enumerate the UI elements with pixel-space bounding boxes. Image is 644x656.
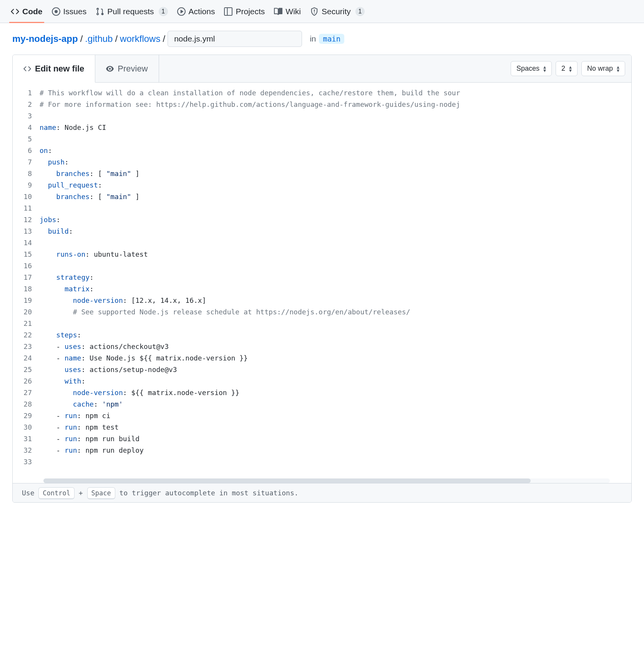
line-content[interactable] bbox=[40, 110, 631, 122]
line-content[interactable] bbox=[40, 318, 631, 329]
code-line[interactable]: 32 - run: npm run deploy bbox=[13, 445, 631, 456]
code-line[interactable]: 11 bbox=[13, 203, 631, 214]
code-line[interactable]: 25 uses: actions/setup-node@v3 bbox=[13, 364, 631, 375]
code-line[interactable]: 10 branches: [ "main" ] bbox=[13, 191, 631, 203]
security-counter: 1 bbox=[355, 7, 365, 16]
line-number: 23 bbox=[13, 341, 40, 352]
code-line[interactable]: 23 - uses: actions/checkout@v3 bbox=[13, 341, 631, 352]
tab-issues[interactable]: Issues bbox=[47, 0, 91, 23]
code-line[interactable]: 1# This workflow will do a clean install… bbox=[13, 87, 631, 99]
code-line[interactable]: 3 bbox=[13, 110, 631, 122]
line-content[interactable]: branches: [ "main" ] bbox=[40, 168, 631, 179]
code-editor[interactable]: 1# This workflow will do a clean install… bbox=[13, 83, 631, 475]
code-line[interactable]: 18 matrix: bbox=[13, 283, 631, 295]
line-content[interactable]: - run: npm run deploy bbox=[40, 445, 631, 456]
code-line[interactable]: 9 pull_request: bbox=[13, 179, 631, 191]
editor-tabs: Edit new file Preview Spaces ▴▾ 2 ▴▾ No … bbox=[13, 55, 631, 83]
line-content[interactable]: strategy: bbox=[40, 272, 631, 283]
code-line[interactable]: 14 bbox=[13, 237, 631, 249]
line-number: 28 bbox=[13, 399, 40, 410]
code-line[interactable]: 26 with: bbox=[13, 375, 631, 387]
code-line[interactable]: 13 build: bbox=[13, 226, 631, 237]
line-content[interactable]: pull_request: bbox=[40, 179, 631, 191]
code-line[interactable]: 27 node-version: ${{ matrix.node-version… bbox=[13, 387, 631, 399]
line-content[interactable]: branches: [ "main" ] bbox=[40, 191, 631, 203]
code-line[interactable]: 24 - name: Use Node.js ${{ matrix.node-v… bbox=[13, 352, 631, 364]
code-line[interactable]: 30 - run: npm test bbox=[13, 422, 631, 433]
code-line[interactable]: 33 bbox=[13, 456, 631, 468]
code-line[interactable]: 31 - run: npm run build bbox=[13, 433, 631, 445]
line-content[interactable]: name: Node.js CI bbox=[40, 122, 631, 133]
repo-link[interactable]: my-nodejs-app bbox=[12, 33, 78, 44]
line-content[interactable]: - run: npm test bbox=[40, 422, 631, 433]
code-line[interactable]: 7 push: bbox=[13, 156, 631, 168]
horizontal-scrollbar[interactable] bbox=[43, 478, 610, 483]
line-content[interactable]: node-version: ${{ matrix.node-version }} bbox=[40, 387, 631, 399]
line-content[interactable]: jobs: bbox=[40, 214, 631, 226]
line-number: 30 bbox=[13, 422, 40, 433]
code-line[interactable]: 22 steps: bbox=[13, 329, 631, 341]
line-content[interactable]: build: bbox=[40, 226, 631, 237]
code-icon bbox=[11, 7, 19, 16]
tab-pulls[interactable]: Pull requests 1 bbox=[91, 0, 172, 23]
tab-edit-file[interactable]: Edit new file bbox=[13, 55, 95, 83]
path-workflows[interactable]: workflows bbox=[120, 33, 160, 44]
tab-preview[interactable]: Preview bbox=[95, 55, 159, 82]
code-line[interactable]: 28 cache: 'npm' bbox=[13, 399, 631, 410]
line-content[interactable]: on: bbox=[40, 145, 631, 156]
line-content[interactable]: # This workflow will do a clean installa… bbox=[40, 87, 631, 99]
line-content[interactable]: with: bbox=[40, 375, 631, 387]
line-content[interactable]: uses: actions/setup-node@v3 bbox=[40, 364, 631, 375]
line-content[interactable]: # See supported Node.js release schedule… bbox=[40, 306, 631, 318]
line-content[interactable] bbox=[40, 260, 631, 272]
code-line[interactable]: 2# For more information see: https://hel… bbox=[13, 99, 631, 110]
line-number: 3 bbox=[13, 110, 40, 122]
tab-pulls-label: Pull requests bbox=[107, 7, 154, 16]
tab-wiki[interactable]: Wiki bbox=[269, 0, 305, 23]
code-line[interactable]: 16 bbox=[13, 260, 631, 272]
tab-projects[interactable]: Projects bbox=[219, 0, 269, 23]
code-line[interactable]: 20 # See supported Node.js release sched… bbox=[13, 306, 631, 318]
line-content[interactable]: push: bbox=[40, 156, 631, 168]
issue-icon bbox=[52, 7, 60, 16]
code-line[interactable]: 4name: Node.js CI bbox=[13, 122, 631, 133]
code-line[interactable]: 12jobs: bbox=[13, 214, 631, 226]
line-content[interactable] bbox=[40, 133, 631, 145]
line-content[interactable]: - run: npm ci bbox=[40, 410, 631, 422]
code-line[interactable]: 21 bbox=[13, 318, 631, 329]
wrap-mode-select[interactable]: No wrap ▴▾ bbox=[581, 61, 625, 76]
line-content[interactable] bbox=[40, 456, 631, 468]
code-line[interactable]: 8 branches: [ "main" ] bbox=[13, 168, 631, 179]
line-content[interactable]: steps: bbox=[40, 329, 631, 341]
line-content[interactable]: - run: npm run build bbox=[40, 433, 631, 445]
line-content[interactable] bbox=[40, 237, 631, 249]
code-line[interactable]: 29 - run: npm ci bbox=[13, 410, 631, 422]
tab-code[interactable]: Code bbox=[6, 0, 47, 23]
line-content[interactable]: cache: 'npm' bbox=[40, 399, 631, 410]
code-line[interactable]: 15 runs-on: ubuntu-latest bbox=[13, 249, 631, 260]
table-icon bbox=[224, 7, 232, 16]
indent-size-select[interactable]: 2 ▴▾ bbox=[556, 61, 578, 76]
line-content[interactable]: - name: Use Node.js ${{ matrix.node-vers… bbox=[40, 352, 631, 364]
line-number: 20 bbox=[13, 306, 40, 318]
indent-mode-select[interactable]: Spaces ▴▾ bbox=[511, 61, 552, 76]
line-content[interactable]: - uses: actions/checkout@v3 bbox=[40, 341, 631, 352]
filename-input[interactable] bbox=[168, 31, 302, 47]
line-content[interactable]: node-version: [12.x, 14.x, 16.x] bbox=[40, 295, 631, 306]
code-line[interactable]: 5 bbox=[13, 133, 631, 145]
line-content[interactable]: # For more information see: https://help… bbox=[40, 99, 631, 110]
scrollbar-thumb[interactable] bbox=[43, 478, 531, 483]
pulls-counter: 1 bbox=[159, 7, 168, 16]
eye-icon bbox=[106, 65, 114, 73]
line-content[interactable]: runs-on: ubuntu-latest bbox=[40, 249, 631, 260]
tab-actions[interactable]: Actions bbox=[173, 0, 220, 23]
line-content[interactable] bbox=[40, 203, 631, 214]
code-line[interactable]: 6on: bbox=[13, 145, 631, 156]
tab-security[interactable]: Security 1 bbox=[305, 0, 369, 23]
code-line[interactable]: 19 node-version: [12.x, 14.x, 16.x] bbox=[13, 295, 631, 306]
line-content[interactable]: matrix: bbox=[40, 283, 631, 295]
code-line[interactable]: 17 strategy: bbox=[13, 272, 631, 283]
git-pull-request-icon bbox=[96, 7, 104, 16]
path-github[interactable]: .github bbox=[85, 33, 113, 44]
line-number: 24 bbox=[13, 352, 40, 364]
